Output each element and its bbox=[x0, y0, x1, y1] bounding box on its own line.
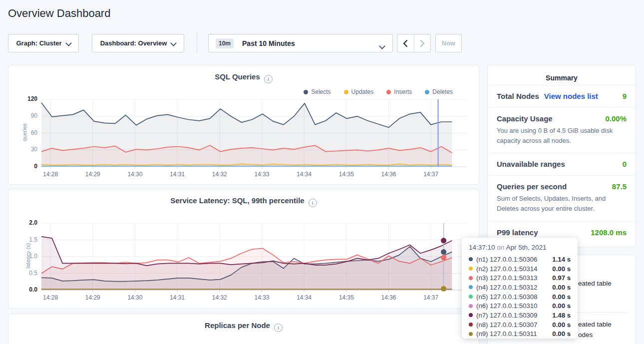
event-text-fragment: eated table bbox=[578, 321, 612, 328]
x-axis-tick: 14:35 bbox=[334, 171, 358, 178]
legend-dot bbox=[386, 90, 391, 94]
node-address: (n6) 127.0.0.1:50310 bbox=[476, 302, 537, 310]
x-axis-tick: 14:34 bbox=[292, 171, 316, 178]
dashboard-dropdown[interactable]: Dashboard: Overview bbox=[92, 34, 184, 52]
node-color-dot bbox=[469, 313, 473, 317]
node-color-dot bbox=[469, 267, 473, 271]
time-next-button[interactable] bbox=[414, 34, 431, 52]
node-color-dot bbox=[469, 304, 473, 308]
tooltip-node-row: (n1) 127.0.0.1:503061.14 s bbox=[469, 255, 571, 264]
x-axis-tick: 14:31 bbox=[165, 294, 189, 301]
x-axis-tick: 14:29 bbox=[81, 171, 105, 178]
chevron-down-icon bbox=[380, 43, 384, 47]
replicas-per-node-title: Replicas per Node bbox=[205, 321, 270, 330]
info-icon[interactable]: i bbox=[264, 75, 273, 83]
graph-dropdown[interactable]: Graph: Cluster bbox=[8, 34, 79, 52]
node-color-dot bbox=[469, 323, 473, 327]
y-axis-tick: 30 bbox=[17, 146, 37, 153]
node-color-dot bbox=[469, 285, 473, 289]
legend-item-deletes[interactable]: Deletes bbox=[425, 88, 453, 95]
chart-hover-tooltip: 14:37:10 on Apr 5th, 2021 (n1) 127.0.0.1… bbox=[462, 238, 578, 339]
legend-dot bbox=[344, 90, 348, 94]
capacity-usage-desc: You are using 0 B of 4.5 GiB usable disk… bbox=[497, 126, 627, 146]
chart-plot-area[interactable] bbox=[41, 99, 467, 170]
tooltip-node-row: (n4) 127.0.0.1:503120.00 s bbox=[469, 283, 571, 292]
x-axis-tick: 14:33 bbox=[250, 294, 274, 301]
y-axis-tick: 60 bbox=[17, 129, 37, 136]
node-address: (n9) 127.0.0.1:50311 bbox=[476, 330, 537, 338]
x-axis-tick: 14:28 bbox=[38, 294, 62, 301]
y-axis-tick: 2.0 bbox=[17, 219, 37, 226]
chevron-down-icon bbox=[171, 40, 176, 44]
node-latency-value: 0.00 s bbox=[552, 330, 571, 338]
node-address: (n3) 127.0.0.1:50313 bbox=[476, 274, 537, 282]
time-range-label: Past 10 Minutes bbox=[242, 39, 295, 47]
event-text-fragment: eated table bbox=[578, 280, 612, 287]
chart-plot-area[interactable] bbox=[41, 223, 467, 293]
controls-divider bbox=[197, 33, 197, 53]
tooltip-node-row: (n7) 127.0.0.1:503091.48 s bbox=[469, 311, 571, 320]
x-axis-tick: 14:35 bbox=[334, 294, 358, 301]
capacity-usage-value: 0.00% bbox=[605, 114, 627, 123]
x-axis-tick: 14:36 bbox=[377, 171, 401, 178]
sql-queries-card: SQL Queriesi SelectsUpdatesInsertsDelete… bbox=[8, 65, 479, 185]
x-axis-tick: 14:37 bbox=[419, 171, 443, 178]
node-latency-value: 1.48 s bbox=[552, 312, 571, 319]
node-latency-value: 0.00 s bbox=[552, 265, 571, 273]
event-text-fragment: odes bbox=[578, 331, 593, 339]
node-address: (n8) 127.0.0.1:50307 bbox=[476, 321, 537, 329]
node-latency-value: 0.97 s bbox=[552, 274, 571, 282]
info-icon[interactable]: i bbox=[309, 199, 317, 207]
capacity-usage-label: Capacity Usage bbox=[497, 114, 553, 123]
node-latency-value: 0.00 s bbox=[552, 293, 571, 301]
node-latency-value: 0.00 s bbox=[552, 302, 571, 310]
node-latency-value: 0.00 s bbox=[552, 321, 571, 329]
qps-label: Queries per second bbox=[497, 182, 567, 191]
view-nodes-list-link[interactable]: View nodes list bbox=[544, 92, 598, 100]
node-color-dot bbox=[469, 332, 473, 336]
y-axis-tick: 120 bbox=[17, 95, 37, 102]
qps-desc: Sum of Selects, Updates, Inserts, and De… bbox=[497, 194, 627, 214]
summary-row-unavailable: Unavailable ranges 0 bbox=[488, 153, 636, 175]
dashboard-dropdown-label: Dashboard: Overview bbox=[100, 39, 167, 47]
legend-item-inserts[interactable]: Inserts bbox=[386, 88, 412, 95]
node-address: (n7) 127.0.0.1:50309 bbox=[476, 312, 537, 319]
y-axis-tick: 1.0 bbox=[17, 253, 37, 260]
sql-queries-legend: SelectsUpdatesInsertsDeletes bbox=[304, 88, 453, 95]
summary-row-capacity: Capacity Usage 0.00% You are using 0 B o… bbox=[488, 107, 636, 153]
x-axis-tick: 14:29 bbox=[81, 294, 105, 301]
legend-label: Inserts bbox=[394, 88, 412, 95]
legend-item-selects[interactable]: Selects bbox=[304, 88, 330, 95]
x-axis-tick: 14:32 bbox=[208, 171, 232, 178]
time-prev-button[interactable] bbox=[397, 34, 414, 52]
sql-queries-title: SQL Queries bbox=[215, 72, 260, 81]
now-button[interactable]: Now bbox=[435, 34, 462, 52]
x-axis-tick: 14:31 bbox=[165, 171, 189, 178]
x-axis-tick: 14:28 bbox=[38, 171, 62, 178]
total-nodes-label: Total Nodes bbox=[497, 92, 539, 100]
unavailable-ranges-label: Unavailable ranges bbox=[497, 160, 565, 168]
time-range-dropdown[interactable]: 10m Past 10 Minutes bbox=[208, 34, 393, 52]
x-axis-tick: 14:34 bbox=[292, 294, 316, 301]
node-address: (n5) 127.0.0.1:50308 bbox=[476, 293, 537, 301]
y-axis-tick: 0 bbox=[17, 163, 37, 170]
x-axis-tick: 14:36 bbox=[377, 294, 401, 301]
summary-row-total-nodes: Total Nodes View nodes list 9 bbox=[488, 85, 636, 107]
legend-label: Updates bbox=[351, 88, 374, 95]
time-step-buttons bbox=[397, 34, 431, 52]
legend-dot bbox=[304, 90, 308, 94]
y-axis-tick: 1.5 bbox=[17, 236, 37, 243]
p99-latency-label: P99 latency bbox=[497, 228, 538, 237]
y-axis-tick: 0.0 bbox=[17, 286, 37, 293]
node-address: (n1) 127.0.0.1:50306 bbox=[476, 256, 537, 263]
info-icon[interactable]: i bbox=[274, 324, 283, 332]
legend-item-updates[interactable]: Updates bbox=[344, 88, 374, 95]
x-axis-tick: 14:30 bbox=[123, 294, 147, 301]
node-address: (n4) 127.0.0.1:50312 bbox=[476, 284, 537, 291]
x-axis-tick: 14:37 bbox=[419, 294, 443, 301]
tooltip-node-row: (n5) 127.0.0.1:503080.00 s bbox=[469, 292, 571, 302]
y-axis-tick: 90 bbox=[17, 112, 37, 119]
chevron-down-icon bbox=[66, 40, 71, 44]
y-axis-tick: 0.5 bbox=[17, 270, 37, 277]
legend-label: Selects bbox=[311, 88, 330, 95]
